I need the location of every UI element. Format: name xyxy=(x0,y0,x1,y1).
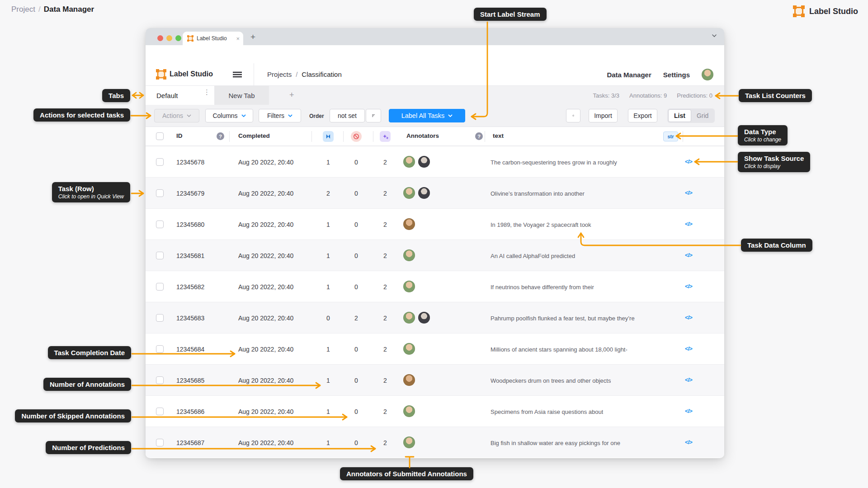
task-source-icon[interactable]: </> xyxy=(681,439,696,446)
list-view-button[interactable]: List xyxy=(668,109,691,122)
task-row[interactable]: 12345685Aug 20 2022, 20:40102Woodpeckers… xyxy=(146,364,724,395)
task-source-icon[interactable]: </> xyxy=(681,376,696,383)
predictions-icon[interactable] xyxy=(380,131,391,142)
columns-dropdown[interactable]: Columns xyxy=(205,109,253,122)
menu-settings[interactable]: Settings xyxy=(663,71,690,79)
annotator-avatars xyxy=(403,156,430,168)
task-source-icon[interactable]: </> xyxy=(681,252,696,258)
row-checkbox[interactable] xyxy=(156,408,164,415)
predictions-count: 2 xyxy=(376,346,394,353)
task-id: 12345684 xyxy=(176,346,204,353)
task-source-icon[interactable]: </> xyxy=(681,345,696,352)
tab-kebab-icon[interactable]: ⋮ xyxy=(203,90,208,94)
callout-num-annotations: Number of Annotations xyxy=(43,378,131,391)
predictions-count: 2 xyxy=(376,408,394,415)
breadcrumb-separator: / xyxy=(38,5,41,14)
menu-data-manager[interactable]: Data Manager xyxy=(607,71,651,79)
task-completed-date: Aug 20 2022, 20:40 xyxy=(238,314,293,322)
row-checkbox[interactable] xyxy=(156,221,164,228)
task-completed-date: Aug 20 2022, 20:40 xyxy=(238,408,293,415)
column-divider xyxy=(485,131,485,142)
column-header-id[interactable]: ID xyxy=(176,132,183,139)
minimize-window-button[interactable] xyxy=(166,35,172,41)
annotator-avatar[interactable] xyxy=(403,374,415,386)
task-row[interactable]: 12345684Aug 20 2022, 20:40102Millions of… xyxy=(146,333,724,364)
app-breadcrumb-classification: Classification xyxy=(302,70,341,78)
row-checkbox[interactable] xyxy=(156,189,164,197)
annotator-avatar[interactable] xyxy=(418,312,430,324)
annotator-avatar[interactable] xyxy=(403,218,415,230)
task-source-icon[interactable]: </> xyxy=(681,283,696,290)
user-avatar[interactable] xyxy=(702,69,713,80)
breadcrumb-project[interactable]: Project xyxy=(11,5,35,14)
annotator-avatar[interactable] xyxy=(403,405,415,417)
help-icon[interactable]: ? xyxy=(217,132,224,140)
task-row[interactable]: 12345680Aug 20 2022, 20:40102In 1989, th… xyxy=(146,208,724,239)
select-all-checkbox[interactable] xyxy=(156,132,164,140)
filters-dropdown[interactable]: Filters xyxy=(259,109,301,122)
annotator-avatar[interactable] xyxy=(403,249,415,261)
refresh-button[interactable] xyxy=(566,109,580,122)
column-header-annotators[interactable]: Annotators xyxy=(406,132,439,139)
new-tab-icon[interactable]: + xyxy=(250,32,255,42)
task-completed-date: Aug 20 2022, 20:40 xyxy=(238,159,293,166)
hamburger-menu-icon[interactable] xyxy=(232,71,242,78)
help-icon[interactable]: ? xyxy=(475,132,483,140)
app-logo-label: Label Studio xyxy=(170,70,213,78)
annotator-avatar[interactable] xyxy=(403,343,415,355)
task-row[interactable]: 12345682Aug 20 2022, 20:40102If neutrino… xyxy=(146,271,724,302)
task-row[interactable]: 12345683Aug 20 2022, 20:40022Pahrump poo… xyxy=(146,302,724,333)
column-header-text[interactable]: text xyxy=(493,132,504,139)
actions-dropdown[interactable]: Actions xyxy=(154,109,199,122)
row-checkbox[interactable] xyxy=(156,345,164,353)
task-completed-date: Aug 20 2022, 20:40 xyxy=(238,439,293,446)
annotations-count: 1 xyxy=(319,283,337,291)
counter-annotations: Annotations: 9 xyxy=(629,92,667,99)
annotator-avatar[interactable] xyxy=(403,187,415,199)
label-all-tasks-button[interactable]: Label All Tasks xyxy=(389,109,465,122)
task-row[interactable]: 12345687Aug 20 2022, 20:40102Big fish in… xyxy=(146,427,724,458)
annotator-avatar[interactable] xyxy=(403,436,415,448)
task-row[interactable]: 12345681Aug 20 2022, 20:40102An AI calle… xyxy=(146,239,724,271)
task-row[interactable]: 12345686Aug 20 2022, 20:40102Specimens f… xyxy=(146,395,724,427)
annotator-avatar[interactable] xyxy=(403,156,415,168)
browser-tab[interactable]: Label Studio × xyxy=(183,32,243,45)
chevron-down-icon[interactable] xyxy=(712,34,717,38)
task-source-icon[interactable]: </> xyxy=(681,221,696,227)
task-source-icon[interactable]: </> xyxy=(681,408,696,414)
predictions-count: 2 xyxy=(376,377,394,384)
row-checkbox[interactable] xyxy=(156,439,164,446)
row-checkbox[interactable] xyxy=(156,252,164,259)
label-all-tasks-label: Label All Tasks xyxy=(401,112,445,119)
row-checkbox[interactable] xyxy=(156,314,164,322)
annotator-avatar[interactable] xyxy=(418,187,430,199)
task-source-icon[interactable]: </> xyxy=(681,158,696,165)
export-button[interactable]: Export xyxy=(628,109,657,122)
task-source-icon[interactable]: </> xyxy=(681,189,696,196)
task-row[interactable]: 12345678Aug 20 2022, 20:40102The carbon-… xyxy=(146,146,724,177)
add-tab-icon[interactable]: + xyxy=(289,90,294,100)
order-value-dropdown[interactable]: not set xyxy=(330,109,365,122)
annotator-avatar[interactable] xyxy=(403,281,415,292)
annotator-avatar[interactable] xyxy=(403,312,415,324)
annotations-count: 1 xyxy=(319,439,337,446)
sort-direction-button[interactable] xyxy=(366,109,381,122)
task-source-icon[interactable]: </> xyxy=(681,314,696,321)
row-checkbox[interactable] xyxy=(156,283,164,291)
data-type-badge[interactable]: str xyxy=(663,131,678,141)
tab-new-tab[interactable]: New Tab xyxy=(214,86,269,105)
skipped-annotations-icon[interactable] xyxy=(351,131,362,142)
tab-close-icon[interactable]: × xyxy=(236,35,240,42)
zoom-window-button[interactable] xyxy=(175,35,181,41)
row-checkbox[interactable] xyxy=(156,376,164,384)
chevron-down-icon xyxy=(187,114,191,117)
app-breadcrumb-projects[interactable]: Projects xyxy=(267,70,292,78)
annotator-avatar[interactable] xyxy=(418,156,430,168)
column-header-completed[interactable]: Completed xyxy=(238,132,270,139)
import-button[interactable]: Import xyxy=(589,109,618,122)
annotations-count-icon[interactable] xyxy=(323,131,334,142)
close-window-button[interactable] xyxy=(157,35,163,41)
row-checkbox[interactable] xyxy=(156,158,164,166)
grid-view-button[interactable]: Grid xyxy=(691,112,714,119)
task-row[interactable]: 12345679Aug 20 2022, 20:40202Olivine’s t… xyxy=(146,177,724,208)
